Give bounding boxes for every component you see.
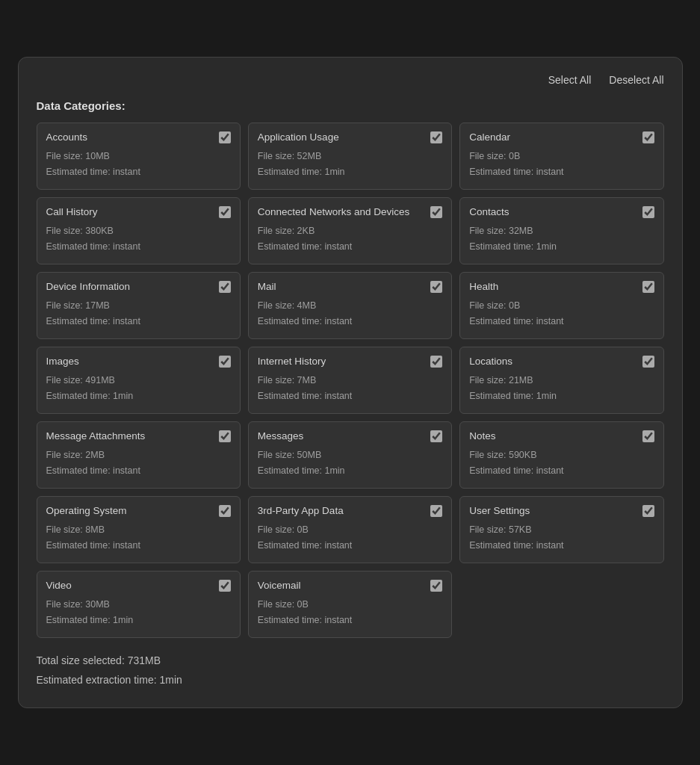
card-header-calendar: Calendar	[469, 131, 654, 144]
card-header-video: Video	[46, 579, 231, 592]
card-title-3rd-party-app-data: 3rd-Party App Data	[258, 504, 344, 518]
card-filesize-internet-history: File size: 7MB	[258, 373, 442, 388]
card-filesize-notes: File size: 590KB	[469, 447, 654, 463]
card-title-user-settings: User Settings	[469, 504, 530, 518]
card-checkbox-video[interactable]	[219, 580, 231, 592]
card-title-connected-networks: Connected Networks and Devices	[258, 205, 409, 219]
card-checkbox-notes[interactable]	[642, 430, 654, 442]
card-esttime-device-information: Estimated time: instant	[46, 314, 231, 329]
card-header-message-attachments: Message Attachments	[46, 430, 231, 443]
card-messages: Messages File size: 50MB Estimated time:…	[248, 421, 452, 489]
card-title-messages: Messages	[258, 430, 304, 443]
card-header-call-history: Call History	[46, 205, 231, 219]
card-filesize-voicemail: File size: 0B	[258, 597, 442, 613]
card-checkbox-call-history[interactable]	[219, 206, 231, 218]
card-esttime-health: Estimated time: instant	[469, 314, 654, 329]
card-filesize-calendar: File size: 0B	[469, 149, 654, 164]
card-title-call-history: Call History	[46, 205, 98, 219]
card-contacts: Contacts File size: 32MB Estimated time:…	[459, 197, 663, 264]
card-checkbox-application-usage[interactable]	[430, 131, 442, 143]
card-checkbox-contacts[interactable]	[642, 206, 654, 218]
card-accounts: Accounts File size: 10MB Estimated time:…	[37, 123, 241, 190]
card-notes: Notes File size: 590KB Estimated time: i…	[459, 421, 663, 489]
card-esttime-user-settings: Estimated time: instant	[469, 538, 654, 554]
card-filesize-operating-system: File size: 8MB	[46, 522, 231, 538]
card-application-usage: Application Usage File size: 52MB Estima…	[248, 123, 452, 190]
card-filesize-accounts: File size: 10MB	[46, 149, 231, 164]
card-esttime-contacts: Estimated time: 1min	[469, 239, 654, 255]
card-3rd-party-app-data: 3rd-Party App Data File size: 0B Estimat…	[248, 496, 452, 563]
card-esttime-messages: Estimated time: 1min	[258, 463, 442, 479]
select-all-button[interactable]: Select All	[548, 72, 592, 87]
card-esttime-video: Estimated time: 1min	[46, 613, 231, 628]
card-video: Video File size: 30MB Estimated time: 1m…	[37, 571, 241, 638]
total-size: Total size selected: 731MB	[37, 651, 664, 670]
card-header-user-settings: User Settings	[469, 504, 654, 518]
card-filesize-call-history: File size: 380KB	[46, 223, 231, 239]
card-checkbox-locations[interactable]	[642, 356, 654, 368]
card-filesize-3rd-party-app-data: File size: 0B	[258, 522, 442, 538]
card-health: Health File size: 0B Estimated time: ins…	[459, 272, 663, 339]
card-esttime-connected-networks: Estimated time: instant	[258, 239, 442, 255]
card-esttime-internet-history: Estimated time: instant	[258, 388, 442, 404]
card-operating-system: Operating System File size: 8MB Estimate…	[37, 496, 241, 563]
card-checkbox-messages[interactable]	[430, 430, 442, 442]
card-checkbox-device-information[interactable]	[219, 281, 231, 293]
card-checkbox-connected-networks[interactable]	[430, 206, 442, 218]
card-title-message-attachments: Message Attachments	[46, 430, 146, 443]
card-title-notes: Notes	[469, 430, 495, 443]
card-title-calendar: Calendar	[469, 131, 510, 144]
card-checkbox-message-attachments[interactable]	[219, 430, 231, 442]
card-header-operating-system: Operating System	[46, 504, 231, 518]
card-checkbox-user-settings[interactable]	[642, 505, 654, 517]
card-header-connected-networks: Connected Networks and Devices	[258, 205, 442, 219]
est-extraction-time: Estimated extraction time: 1min	[37, 671, 664, 690]
card-esttime-application-usage: Estimated time: 1min	[258, 164, 442, 180]
card-header-internet-history: Internet History	[258, 355, 442, 368]
card-title-device-information: Device Information	[46, 280, 131, 294]
card-checkbox-internet-history[interactable]	[430, 356, 442, 368]
card-title-internet-history: Internet History	[258, 355, 326, 368]
card-header-notes: Notes	[469, 430, 654, 443]
card-esttime-call-history: Estimated time: instant	[46, 239, 231, 255]
section-title: Data Categories:	[37, 99, 664, 112]
card-title-operating-system: Operating System	[46, 504, 127, 518]
card-esttime-message-attachments: Estimated time: instant	[46, 463, 231, 479]
card-esttime-locations: Estimated time: 1min	[469, 388, 654, 404]
card-title-voicemail: Voicemail	[258, 579, 301, 592]
card-header-device-information: Device Information	[46, 280, 231, 294]
deselect-all-button[interactable]: Deselect All	[609, 72, 663, 87]
card-checkbox-3rd-party-app-data[interactable]	[430, 505, 442, 517]
card-title-video: Video	[46, 579, 72, 592]
card-header-accounts: Accounts	[46, 131, 231, 144]
card-checkbox-calendar[interactable]	[642, 131, 654, 143]
card-header-voicemail: Voicemail	[258, 579, 442, 592]
card-checkbox-operating-system[interactable]	[219, 505, 231, 517]
card-filesize-health: File size: 0B	[469, 298, 654, 314]
card-header-health: Health	[469, 280, 654, 294]
card-header-images: Images	[46, 355, 231, 368]
card-connected-networks: Connected Networks and Devices File size…	[248, 197, 452, 264]
card-filesize-video: File size: 30MB	[46, 597, 231, 613]
card-title-locations: Locations	[469, 355, 512, 368]
card-checkbox-images[interactable]	[219, 356, 231, 368]
categories-grid: Accounts File size: 10MB Estimated time:…	[37, 123, 664, 638]
card-esttime-notes: Estimated time: instant	[469, 463, 654, 479]
card-filesize-messages: File size: 50MB	[258, 447, 442, 463]
card-filesize-locations: File size: 21MB	[469, 373, 654, 388]
card-filesize-user-settings: File size: 57KB	[469, 522, 654, 538]
card-locations: Locations File size: 21MB Estimated time…	[459, 347, 663, 414]
card-header-messages: Messages	[258, 430, 442, 443]
card-checkbox-voicemail[interactable]	[430, 580, 442, 592]
card-checkbox-accounts[interactable]	[219, 131, 231, 143]
card-internet-history: Internet History File size: 7MB Estimate…	[248, 347, 452, 414]
card-images: Images File size: 491MB Estimated time: …	[37, 347, 241, 414]
card-esttime-mail: Estimated time: instant	[258, 314, 442, 329]
card-filesize-connected-networks: File size: 2KB	[258, 223, 442, 239]
card-header-locations: Locations	[469, 355, 654, 368]
card-checkbox-health[interactable]	[642, 281, 654, 293]
main-panel: Select All Deselect All Data Categories:…	[18, 57, 683, 708]
card-checkbox-mail[interactable]	[430, 281, 442, 293]
card-header-contacts: Contacts	[469, 205, 654, 219]
card-device-information: Device Information File size: 17MB Estim…	[37, 272, 241, 339]
